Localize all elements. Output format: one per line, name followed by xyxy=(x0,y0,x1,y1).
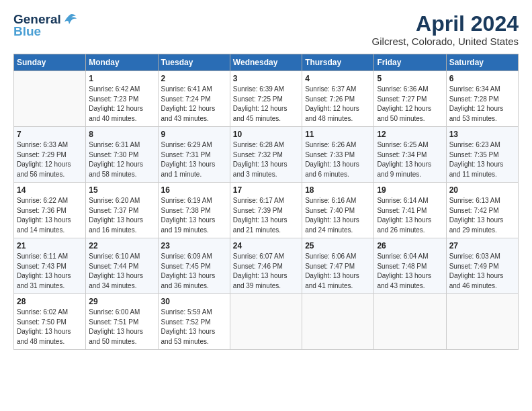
calendar-title: April 2024 xyxy=(372,12,519,36)
calendar-cell: 1Sunrise: 6:42 AMSunset: 7:23 PMDaylight… xyxy=(86,71,158,127)
day-number: 13 xyxy=(449,130,515,139)
week-row-5: 28Sunrise: 6:02 AMSunset: 7:50 PMDayligh… xyxy=(14,294,519,350)
calendar-cell: 10Sunrise: 6:28 AMSunset: 7:32 PMDayligh… xyxy=(230,127,302,183)
day-number: 10 xyxy=(233,130,299,139)
day-info: Sunrise: 6:22 AMSunset: 7:36 PMDaylight:… xyxy=(17,196,83,235)
day-info: Sunrise: 6:17 AMSunset: 7:39 PMDaylight:… xyxy=(233,196,299,235)
week-row-3: 14Sunrise: 6:22 AMSunset: 7:36 PMDayligh… xyxy=(14,183,519,238)
day-number: 9 xyxy=(161,130,227,139)
day-info: Sunrise: 6:25 AMSunset: 7:34 PMDaylight:… xyxy=(377,140,443,179)
calendar-cell: 23Sunrise: 6:09 AMSunset: 7:45 PMDayligh… xyxy=(158,238,230,294)
day-number: 22 xyxy=(89,241,154,250)
day-info: Sunrise: 5:59 AMSunset: 7:52 PMDaylight:… xyxy=(161,308,227,347)
day-info: Sunrise: 6:23 AMSunset: 7:35 PMDaylight:… xyxy=(449,140,515,179)
day-info: Sunrise: 6:34 AMSunset: 7:28 PMDaylight:… xyxy=(449,85,515,124)
day-number: 4 xyxy=(305,74,371,83)
day-info: Sunrise: 6:04 AMSunset: 7:48 PMDaylight:… xyxy=(377,252,443,291)
col-monday: Monday xyxy=(86,54,158,71)
calendar-cell: 13Sunrise: 6:23 AMSunset: 7:35 PMDayligh… xyxy=(446,127,518,183)
day-number: 11 xyxy=(305,130,371,139)
day-number: 2 xyxy=(161,74,227,83)
day-number: 1 xyxy=(89,74,154,83)
title-block: April 2024 Gilcrest, Colorado, United St… xyxy=(372,12,519,47)
calendar-cell: 26Sunrise: 6:04 AMSunset: 7:48 PMDayligh… xyxy=(374,238,446,294)
calendar-cell: 14Sunrise: 6:22 AMSunset: 7:36 PMDayligh… xyxy=(14,183,86,238)
day-info: Sunrise: 6:33 AMSunset: 7:29 PMDaylight:… xyxy=(17,140,83,179)
day-number: 21 xyxy=(17,241,83,250)
col-wednesday: Wednesday xyxy=(230,54,302,71)
calendar-header: Sunday Monday Tuesday Wednesday Thursday… xyxy=(14,54,519,71)
day-number: 8 xyxy=(89,130,154,139)
day-info: Sunrise: 6:16 AMSunset: 7:40 PMDaylight:… xyxy=(305,196,371,235)
calendar-cell: 9Sunrise: 6:29 AMSunset: 7:31 PMDaylight… xyxy=(158,127,230,183)
calendar-cell xyxy=(14,71,86,127)
day-number: 15 xyxy=(89,185,154,195)
day-info: Sunrise: 6:41 AMSunset: 7:24 PMDaylight:… xyxy=(161,85,227,124)
day-number: 26 xyxy=(377,241,443,250)
day-number: 27 xyxy=(449,241,515,250)
day-info: Sunrise: 6:20 AMSunset: 7:37 PMDaylight:… xyxy=(89,196,154,235)
day-info: Sunrise: 6:10 AMSunset: 7:44 PMDaylight:… xyxy=(89,252,154,291)
day-number: 3 xyxy=(233,74,299,83)
col-tuesday: Tuesday xyxy=(158,54,230,71)
calendar-cell: 6Sunrise: 6:34 AMSunset: 7:28 PMDaylight… xyxy=(446,71,518,127)
day-info: Sunrise: 6:42 AMSunset: 7:23 PMDaylight:… xyxy=(89,85,154,124)
day-info: Sunrise: 6:11 AMSunset: 7:43 PMDaylight:… xyxy=(17,252,83,291)
week-row-4: 21Sunrise: 6:11 AMSunset: 7:43 PMDayligh… xyxy=(14,238,519,294)
calendar-cell: 15Sunrise: 6:20 AMSunset: 7:37 PMDayligh… xyxy=(86,183,158,238)
day-number: 6 xyxy=(449,74,515,83)
day-number: 19 xyxy=(377,185,443,195)
calendar-cell: 11Sunrise: 6:26 AMSunset: 7:33 PMDayligh… xyxy=(302,127,374,183)
calendar-cell: 5Sunrise: 6:36 AMSunset: 7:27 PMDaylight… xyxy=(374,71,446,127)
calendar-cell: 16Sunrise: 6:19 AMSunset: 7:38 PMDayligh… xyxy=(158,183,230,238)
calendar-subtitle: Gilcrest, Colorado, United States xyxy=(372,36,519,47)
day-info: Sunrise: 6:19 AMSunset: 7:38 PMDaylight:… xyxy=(161,196,227,235)
page: General Blue April 2024 Gilcrest, Colora… xyxy=(0,0,532,411)
day-info: Sunrise: 6:36 AMSunset: 7:27 PMDaylight:… xyxy=(377,85,443,124)
day-number: 25 xyxy=(305,241,371,250)
calendar-cell: 21Sunrise: 6:11 AMSunset: 7:43 PMDayligh… xyxy=(14,238,86,294)
header: General Blue April 2024 Gilcrest, Colora… xyxy=(13,12,519,47)
day-number: 23 xyxy=(161,241,227,250)
day-number: 29 xyxy=(89,297,154,306)
logo-bird-icon xyxy=(62,12,77,27)
calendar-cell: 4Sunrise: 6:37 AMSunset: 7:26 PMDaylight… xyxy=(302,71,374,127)
day-number: 12 xyxy=(377,130,443,139)
calendar-cell: 19Sunrise: 6:14 AMSunset: 7:41 PMDayligh… xyxy=(374,183,446,238)
calendar-cell: 3Sunrise: 6:39 AMSunset: 7:25 PMDaylight… xyxy=(230,71,302,127)
day-info: Sunrise: 6:06 AMSunset: 7:47 PMDaylight:… xyxy=(305,252,371,291)
day-number: 28 xyxy=(17,297,83,306)
calendar-body: 1Sunrise: 6:42 AMSunset: 7:23 PMDaylight… xyxy=(14,71,519,350)
col-thursday: Thursday xyxy=(302,54,374,71)
calendar-cell xyxy=(230,294,302,350)
calendar-cell: 22Sunrise: 6:10 AMSunset: 7:44 PMDayligh… xyxy=(86,238,158,294)
day-info: Sunrise: 6:31 AMSunset: 7:30 PMDaylight:… xyxy=(89,140,154,179)
calendar-cell: 24Sunrise: 6:07 AMSunset: 7:46 PMDayligh… xyxy=(230,238,302,294)
calendar-cell xyxy=(446,294,518,350)
day-number: 14 xyxy=(17,185,83,195)
day-number: 24 xyxy=(233,241,299,250)
day-number: 18 xyxy=(305,185,371,195)
day-number: 20 xyxy=(449,185,515,195)
col-friday: Friday xyxy=(374,54,446,71)
day-info: Sunrise: 6:39 AMSunset: 7:25 PMDaylight:… xyxy=(233,85,299,124)
day-info: Sunrise: 6:37 AMSunset: 7:26 PMDaylight:… xyxy=(305,85,371,124)
calendar-cell: 30Sunrise: 5:59 AMSunset: 7:52 PMDayligh… xyxy=(158,294,230,350)
calendar-cell: 20Sunrise: 6:13 AMSunset: 7:42 PMDayligh… xyxy=(446,183,518,238)
day-info: Sunrise: 6:07 AMSunset: 7:46 PMDaylight:… xyxy=(233,252,299,291)
day-info: Sunrise: 6:02 AMSunset: 7:50 PMDaylight:… xyxy=(17,308,83,347)
day-info: Sunrise: 6:13 AMSunset: 7:42 PMDaylight:… xyxy=(449,196,515,235)
calendar-cell: 28Sunrise: 6:02 AMSunset: 7:50 PMDayligh… xyxy=(14,294,86,350)
logo: General Blue xyxy=(13,12,77,39)
day-info: Sunrise: 6:00 AMSunset: 7:51 PMDaylight:… xyxy=(89,308,154,347)
calendar-table: Sunday Monday Tuesday Wednesday Thursday… xyxy=(13,54,519,350)
calendar-cell: 27Sunrise: 6:03 AMSunset: 7:49 PMDayligh… xyxy=(446,238,518,294)
calendar-cell: 18Sunrise: 6:16 AMSunset: 7:40 PMDayligh… xyxy=(302,183,374,238)
calendar-cell xyxy=(374,294,446,350)
day-number: 16 xyxy=(161,185,227,195)
week-row-2: 7Sunrise: 6:33 AMSunset: 7:29 PMDaylight… xyxy=(14,127,519,183)
calendar-cell: 2Sunrise: 6:41 AMSunset: 7:24 PMDaylight… xyxy=(158,71,230,127)
day-number: 17 xyxy=(233,185,299,195)
calendar-cell: 29Sunrise: 6:00 AMSunset: 7:51 PMDayligh… xyxy=(86,294,158,350)
week-row-1: 1Sunrise: 6:42 AMSunset: 7:23 PMDaylight… xyxy=(14,71,519,127)
